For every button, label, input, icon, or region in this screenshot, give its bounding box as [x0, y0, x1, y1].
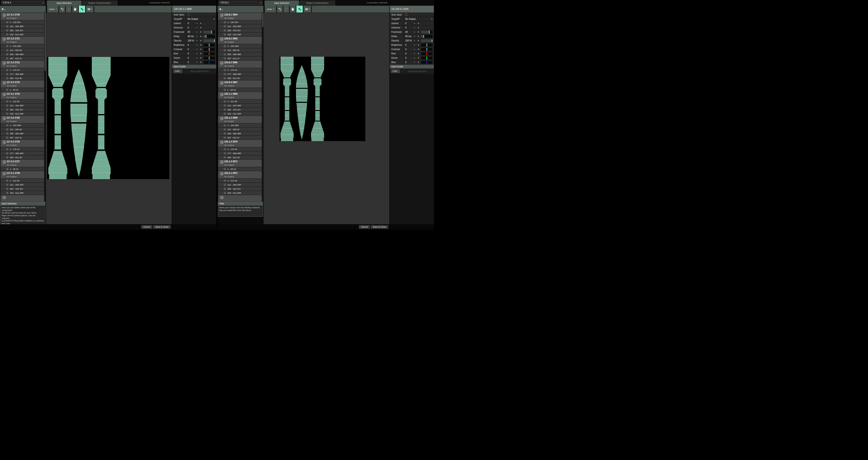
- fixture-channel-row[interactable]: 497 - 512 4>: [218, 136, 262, 140]
- property-slider[interactable]: [204, 35, 215, 38]
- increment-button[interactable]: +: [418, 47, 419, 52]
- tab-output-transformation[interactable]: Output Transformation: [82, 0, 118, 6]
- collapse-triangle-icon[interactable]: ▼: [3, 84, 5, 86]
- fixture-group-header[interactable]: 117.5.1 3728▼No Output: [0, 171, 44, 179]
- decrement-button[interactable]: –: [414, 34, 415, 38]
- add-fixture-button[interactable]: +▾: [1, 6, 9, 12]
- fixture-channel-row[interactable]: 433 - 512 20R: [218, 112, 262, 116]
- property-value-text[interactable]: 0: [405, 60, 407, 64]
- increment-button[interactable]: +: [418, 60, 419, 64]
- collapse-triangle-icon[interactable]: ▼: [3, 40, 5, 42]
- slider-handle[interactable]: [429, 31, 430, 33]
- increment-button[interactable]: +: [418, 30, 419, 34]
- property-value-text[interactable]: 100 %: [405, 39, 411, 43]
- auto-span-checkbox[interactable]: [187, 13, 190, 16]
- collapse-triangle-icon[interactable]: ▼: [3, 64, 5, 66]
- fixture-channel-row[interactable]: 265 - 432 42>: [218, 108, 262, 112]
- fixture-channel-row[interactable]: 1 - 176 44: [0, 68, 44, 72]
- collapse-triangle-icon[interactable]: ▼: [3, 96, 5, 97]
- property-value-text[interactable]: 0: [188, 56, 189, 60]
- fixture-channel-row[interactable]: 121 - 264 36R: [0, 24, 44, 28]
- property-value-text[interactable]: 0: [405, 56, 407, 60]
- fixture-channel-row[interactable]: 113 - 296 46: [218, 48, 262, 52]
- decrement-button[interactable]: –: [196, 60, 197, 64]
- fixture-channel-row[interactable]: 113 - 296 46: [218, 127, 262, 131]
- decrement-button[interactable]: –: [196, 56, 197, 60]
- increment-button[interactable]: +: [418, 56, 419, 60]
- scrollbar-thumb[interactable]: [44, 13, 46, 71]
- fixture-channel-row[interactable]: 1 - 104 26R: [218, 123, 262, 127]
- fixture-group-header[interactable]: 125.1.3 3970▼No Output: [218, 140, 262, 147]
- fixture-channel-row[interactable]: 305 - 496 48R: [0, 52, 44, 56]
- property-value-text[interactable]: 30: [405, 30, 408, 34]
- fixture-channel-row[interactable]: 121 - 256 34R: [0, 183, 44, 187]
- fixture-group-header[interactable]: 117.4.3 3726▼No Output: [0, 140, 44, 147]
- fixture-channel-row[interactable]: 121 - 264 36R: [218, 24, 262, 28]
- load-image-button[interactable]: Load...: [391, 69, 400, 73]
- property-value-text[interactable]: 0: [405, 47, 407, 52]
- increment-button[interactable]: +: [418, 52, 419, 56]
- collapse-triangle-icon[interactable]: ▼: [221, 17, 222, 18]
- property-value-text[interactable]: 40 ms: [188, 34, 194, 38]
- save-button[interactable]: Save & Close: [153, 225, 171, 229]
- fixture-group-header[interactable]: 117.4.2 3725▼No Output: [0, 116, 44, 123]
- fixture-channel-row[interactable]: 177 - 368 48R: [218, 72, 262, 76]
- fixture-channel-row[interactable]: 1 - 104 26R: [0, 123, 44, 127]
- fixture-channel-row[interactable]: 1 - 48 12: [218, 167, 262, 171]
- decrement-button[interactable]: –: [414, 39, 415, 43]
- property-value-text[interactable]: 0: [405, 21, 407, 26]
- property-value-text[interactable]: 0: [405, 26, 407, 30]
- fixture-group-header[interactable]: 117.4.4 3727▼No Output: [0, 159, 44, 167]
- decrement-button[interactable]: –: [196, 47, 197, 52]
- slider-handle[interactable]: [209, 57, 210, 59]
- decrement-button[interactable]: –: [196, 52, 197, 56]
- property-slider[interactable]: [204, 48, 215, 51]
- decrement-button[interactable]: –: [196, 43, 197, 47]
- fixture-group-header[interactable]: [0, 195, 44, 202]
- slider-handle[interactable]: [426, 52, 427, 55]
- redo-button[interactable]: [283, 6, 289, 12]
- fixture-channel-row[interactable]: 265 - 432 42>: [0, 108, 44, 112]
- decrement-button[interactable]: –: [414, 56, 415, 60]
- slider-handle[interactable]: [426, 57, 427, 59]
- collapse-triangle-icon[interactable]: ▼: [221, 175, 222, 177]
- increment-button[interactable]: +: [200, 21, 202, 26]
- fixture-channel-row[interactable]: 433 - 512 20R: [0, 33, 44, 36]
- collapse-triangle-icon[interactable]: ▼: [221, 84, 222, 86]
- property-slider[interactable]: [204, 52, 215, 55]
- slider-handle[interactable]: [209, 44, 210, 47]
- undo-button[interactable]: [59, 6, 65, 12]
- fixture-channel-row[interactable]: 305 - 496 48R: [218, 52, 262, 56]
- fixture-channel-row[interactable]: 1 - 48 12: [0, 167, 44, 171]
- sidebar-scrollbar[interactable]: [44, 13, 46, 202]
- fixture-channel-row[interactable]: 497 - 512 4>: [0, 57, 44, 60]
- fixture-channel-row[interactable]: 305 - 496 48R: [0, 131, 44, 135]
- collapse-triangle-icon[interactable]: ▼: [3, 120, 5, 121]
- fixture-group-header[interactable]: 125.1.1 3968▼No Output: [218, 92, 262, 99]
- property-slider[interactable]: [421, 61, 433, 64]
- fixture-group-header[interactable]: 117.3.4 3723▼No Output: [0, 80, 44, 88]
- fixture-channel-row[interactable]: 1 - 48 12: [0, 88, 44, 92]
- led-slice-shape[interactable]: [92, 57, 111, 179]
- property-value-text[interactable]: 0: [188, 43, 189, 47]
- slider-handle[interactable]: [423, 35, 424, 38]
- decrement-button[interactable]: –: [196, 30, 197, 34]
- redo-button[interactable]: [66, 6, 71, 12]
- cancel-button[interactable]: Cancel: [141, 225, 152, 229]
- fixture-group-header[interactable]: 117.4.1 3724▼No Output: [0, 92, 44, 99]
- collapse-triangle-icon[interactable]: ▼: [221, 64, 222, 66]
- increment-button[interactable]: +: [418, 34, 419, 38]
- increment-button[interactable]: +: [200, 52, 202, 56]
- fixture-group-header[interactable]: 124.8.4 3967▼No Output: [218, 80, 262, 88]
- increment-button[interactable]: +: [418, 26, 419, 30]
- decrement-button[interactable]: –: [414, 60, 415, 64]
- fixture-group-header[interactable]: 124.8.2 3965▼No Output: [218, 37, 262, 44]
- fixture-group-header[interactable]: 125.1.2 3969▼No Output: [218, 116, 262, 123]
- led-slice-shape[interactable]: [48, 57, 67, 179]
- property-value-text[interactable]: 0: [188, 60, 189, 64]
- fixture-channel-row[interactable]: 1 - 48 12: [218, 88, 262, 92]
- fixture-channel-row[interactable]: 1 - 120 30>: [218, 20, 262, 24]
- property-slider[interactable]: [421, 39, 433, 42]
- fixture-group-header[interactable]: 124.8.1 3964▼No Output: [218, 13, 262, 20]
- undo-button[interactable]: [277, 6, 283, 12]
